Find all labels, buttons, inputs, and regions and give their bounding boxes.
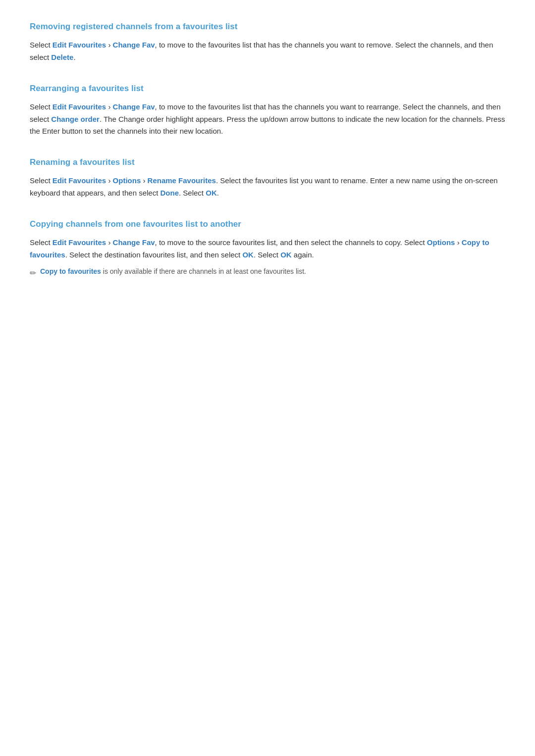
page-content: Removing registered channels from a favo… <box>30 20 505 279</box>
link-edit-favourites-3: Edit Favourites <box>53 176 106 185</box>
link-change-fav-3: Change Fav <box>113 238 155 247</box>
note-icon: ✏ <box>30 267 36 280</box>
link-change-fav-2: Change Fav <box>113 102 155 111</box>
link-edit-favourites-1: Edit Favourites <box>53 41 106 49</box>
link-options-1: Options <box>113 176 141 185</box>
note-highlight-copy: Copy to favourites <box>40 267 101 275</box>
link-change-order: Change order <box>51 115 100 123</box>
link-ok-3: OK <box>280 251 292 259</box>
section-rearranging: Rearranging a favourites list Select Edi… <box>30 82 505 138</box>
section-title-copying: Copying channels from one favourites lis… <box>30 217 505 231</box>
section-renaming: Renaming a favourites list Select Edit F… <box>30 155 505 200</box>
section-body-rearranging: Select Edit Favourites › Change Fav, to … <box>30 101 505 138</box>
link-done: Done <box>160 189 179 197</box>
link-ok-1: OK <box>206 189 217 197</box>
link-rename-favourites: Rename Favourites <box>148 176 216 185</box>
note-box: ✏ Copy to favourites is only available i… <box>30 266 505 280</box>
section-title-rearranging: Rearranging a favourites list <box>30 82 505 95</box>
section-title-renaming: Renaming a favourites list <box>30 155 505 169</box>
link-options-2: Options <box>427 238 455 247</box>
link-edit-favourites-2: Edit Favourites <box>53 102 106 111</box>
section-removing: Removing registered channels from a favo… <box>30 20 505 64</box>
section-copying: Copying channels from one favourites lis… <box>30 217 505 279</box>
link-delete: Delete <box>51 53 73 61</box>
section-body-removing: Select Edit Favourites › Change Fav, to … <box>30 39 505 64</box>
link-change-fav-1: Change Fav <box>113 41 155 49</box>
link-ok-2: OK <box>242 251 254 259</box>
section-title-removing: Removing registered channels from a favo… <box>30 20 505 33</box>
section-body-renaming: Select Edit Favourites › Options › Renam… <box>30 175 505 200</box>
section-body-copying: Select Edit Favourites › Change Fav, to … <box>30 237 505 261</box>
note-text: Copy to favourites is only available if … <box>40 266 306 277</box>
link-edit-favourites-4: Edit Favourites <box>53 238 106 247</box>
